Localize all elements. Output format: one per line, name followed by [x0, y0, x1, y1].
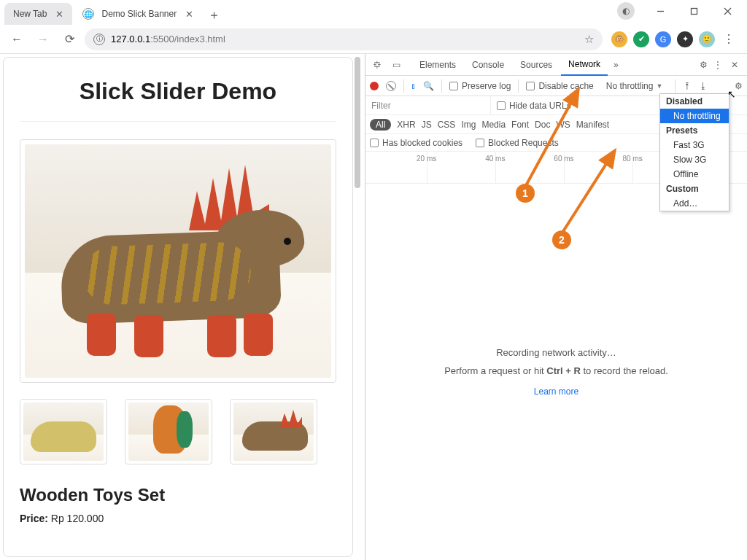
cursor-icon: ↖ — [727, 88, 736, 100]
thumbnail[interactable] — [20, 399, 107, 464]
close-icon[interactable]: ✕ — [54, 9, 65, 20]
has-blocked-cookies-checkbox[interactable]: Has blocked cookies — [370, 138, 462, 148]
learn-more-link[interactable]: Learn more — [534, 386, 578, 397]
dropdown-group-header: Disabled — [660, 94, 729, 109]
preserve-log-checkbox[interactable]: Preserve log — [449, 81, 511, 91]
type-media[interactable]: Media — [481, 120, 506, 130]
type-xhr[interactable]: XHR — [397, 120, 415, 130]
tabs-overflow-icon[interactable]: » — [609, 60, 623, 70]
price-line: Price: Rp 120.000 — [20, 513, 336, 524]
divider — [20, 121, 336, 122]
type-manifest[interactable]: Manifest — [576, 120, 609, 130]
network-empty-state: Recording network activity… Perform a re… — [365, 184, 747, 560]
window-close-button[interactable] — [711, 0, 744, 22]
tab-strip: New Tab ✕ 🌐 Demo Slick Banner ✕ ＋ — [0, 0, 224, 25]
url-input[interactable]: ⓘ 127.0.0.1:5500/index3.html ☆ — [85, 28, 603, 50]
tab-title: Demo Slick Banner — [101, 9, 177, 19]
empty-line1: Recording network activity… — [496, 347, 616, 358]
record-button[interactable] — [370, 82, 379, 90]
type-doc[interactable]: Doc — [535, 120, 550, 130]
throttling-select[interactable]: No throttling▼ — [601, 79, 668, 93]
type-font[interactable]: Font — [511, 120, 529, 130]
site-info-icon[interactable]: ⓘ — [93, 34, 105, 45]
extensions-row: 🐵 ✔ G ✦ 🙂 ⋮ — [607, 31, 741, 47]
devtools-panel: ⯐ ▭ Elements Console Sources Network » ⚙… — [365, 54, 747, 560]
thumbnail[interactable] — [230, 399, 317, 464]
type-css[interactable]: CSS — [438, 120, 456, 130]
extension-icon[interactable]: G — [655, 31, 671, 47]
dropdown-item-offline[interactable]: Offline — [660, 167, 729, 182]
extension-icon[interactable]: ✔ — [633, 31, 649, 47]
dropdown-item-fast-3g[interactable]: Fast 3G — [660, 138, 729, 152]
export-har-icon[interactable]: ⭳ — [699, 81, 708, 91]
search-icon[interactable]: 🔍 — [423, 81, 434, 91]
tab-sources[interactable]: Sources — [513, 54, 560, 76]
globe-icon: 🌐 — [82, 8, 94, 20]
tab-console[interactable]: Console — [465, 54, 511, 76]
window-maximize-button[interactable] — [677, 0, 711, 22]
devtools-tabs: ⯐ ▭ Elements Console Sources Network » ⚙… — [365, 54, 747, 76]
url-host: 127.0.0.1:5500/index3.html — [111, 34, 225, 44]
thumbnail-row — [20, 399, 336, 464]
scrollbar[interactable] — [353, 57, 362, 557]
forward-button[interactable]: → — [32, 28, 54, 50]
scrollbar-thumb[interactable] — [355, 57, 360, 188]
dropdown-group-header: Presets — [660, 123, 729, 138]
devtools-close-icon[interactable]: ✕ — [728, 60, 741, 70]
import-har-icon[interactable]: ⭱ — [683, 81, 692, 91]
disable-cache-checkbox[interactable]: Disable cache — [526, 81, 593, 91]
dropdown-group-header: Custom — [660, 182, 729, 196]
blocked-requests-checkbox[interactable]: Blocked Requests — [476, 138, 559, 148]
reload-button[interactable]: ⟳ — [58, 28, 80, 50]
page-title: Slick Slider Demo — [20, 78, 336, 105]
profile-avatar-icon[interactable]: 🙂 — [699, 31, 715, 47]
product-title: Wooden Toys Set — [20, 485, 336, 505]
kebab-menu-icon[interactable]: ⋮ — [713, 60, 722, 70]
dropdown-item-no-throttling[interactable]: No throttling — [660, 109, 729, 123]
settings-gear-icon[interactable]: ⚙ — [700, 60, 708, 70]
new-tab-button[interactable]: ＋ — [204, 4, 224, 25]
window-minimize-button[interactable] — [643, 0, 677, 22]
tab-title: New Tab — [13, 9, 47, 19]
address-bar: ← → ⟳ ⓘ 127.0.0.1:5500/index3.html ☆ 🐵 ✔… — [0, 25, 747, 54]
svg-rect-1 — [691, 8, 697, 14]
type-img[interactable]: Img — [461, 120, 476, 130]
hide-data-urls-checkbox[interactable]: Hide data URLs — [491, 101, 577, 111]
hero-slide[interactable] — [20, 139, 336, 383]
inspect-element-icon[interactable]: ⯐ — [368, 56, 386, 74]
extensions-puzzle-icon[interactable]: ✦ — [677, 31, 693, 47]
extension-icon[interactable]: 🐵 — [611, 31, 627, 47]
clear-button[interactable] — [386, 81, 396, 91]
device-toolbar-icon[interactable]: ▭ — [387, 56, 405, 74]
tab-demo-slick-banner[interactable]: 🌐 Demo Slick Banner ✕ — [74, 3, 202, 25]
browser-menu-button[interactable]: ⋮ — [721, 32, 737, 46]
tab-elements[interactable]: Elements — [412, 54, 463, 76]
profile-badge-icon[interactable]: ◐ — [617, 2, 635, 20]
dropdown-item-slow-3g[interactable]: Slow 3G — [660, 152, 729, 167]
tab-new-tab[interactable]: New Tab ✕ — [4, 3, 72, 25]
type-all[interactable]: All — [370, 119, 391, 131]
tab-network[interactable]: Network — [561, 54, 608, 76]
close-icon[interactable]: ✕ — [184, 9, 195, 20]
filter-input[interactable]: Filter — [365, 96, 491, 114]
empty-line2: Perform a request or hit Ctrl + R to rec… — [444, 365, 668, 376]
hero-image — [25, 144, 331, 378]
bookmark-star-icon[interactable]: ☆ — [584, 33, 594, 46]
throttling-dropdown[interactable]: Disabled No throttling Presets Fast 3G S… — [659, 93, 729, 211]
type-ws[interactable]: WS — [556, 120, 570, 130]
back-button[interactable]: ← — [6, 28, 28, 50]
type-js[interactable]: JS — [422, 120, 432, 130]
filter-icon[interactable]: ⫾ — [411, 81, 416, 91]
page-viewport: Slick Slider Demo Wooden Toys Set Price:… — [0, 54, 365, 560]
thumbnail[interactable] — [125, 399, 212, 464]
dropdown-item-add[interactable]: Add… — [660, 196, 729, 211]
